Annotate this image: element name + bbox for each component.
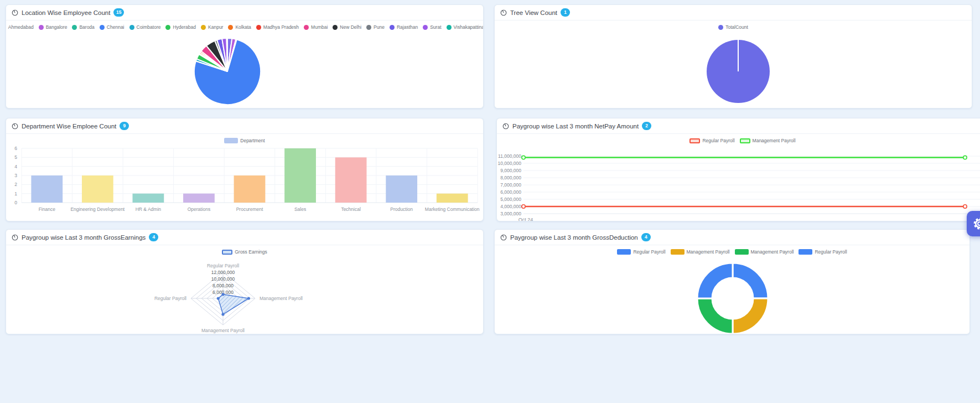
legend-label: Baroda <box>79 24 94 30</box>
legend-item[interactable]: Regular Payroll <box>689 138 734 143</box>
gear-icon <box>972 216 980 231</box>
panel-title: Location Wise Employee Count <box>22 9 110 16</box>
pie-chart-icon <box>500 234 507 241</box>
netpay-line-chart[interactable]: 11,000,00010,000,0009,000,0008,000,0007,… <box>497 145 980 221</box>
grossdeduction-donut-chart[interactable] <box>495 256 969 334</box>
legend-swatch <box>735 249 749 255</box>
svg-text:9,000,000: 9,000,000 <box>500 168 521 173</box>
legend-item[interactable]: Hyderabad <box>165 24 196 30</box>
panel-netpay-amount: Paygroup wise Last 3 month NetPay Amount… <box>496 118 980 221</box>
count-badge: 15 <box>113 8 123 17</box>
legend-item[interactable]: Bangalore <box>39 24 68 30</box>
legend-swatch <box>228 25 233 30</box>
legend-item[interactable]: Madhya Pradesh <box>256 24 299 30</box>
legend-item[interactable]: Baroda <box>72 24 94 30</box>
svg-text:12,000,000: 12,000,000 <box>211 270 235 275</box>
legend-swatch <box>671 249 685 255</box>
panel-header: Paygroup wise Last 3 month GrossDeductio… <box>495 230 969 245</box>
panel-body: Regular PayrollManagement PayrollManagem… <box>495 247 969 334</box>
svg-text:Management Payroll: Management Payroll <box>260 296 303 301</box>
legend-label: Pune <box>374 24 385 30</box>
legend-item[interactable]: Department <box>224 138 265 143</box>
legend-label: Management Payroll <box>687 249 730 255</box>
svg-text:Procurement: Procurement <box>236 206 263 212</box>
legend-item[interactable]: Kolkata <box>228 24 251 30</box>
legend-item[interactable]: Coimbatore <box>129 24 161 30</box>
legend-item[interactable]: Management Payroll <box>671 249 730 255</box>
chart-legend: Regular PayrollManagement Payroll <box>497 136 980 145</box>
svg-text:Production: Production <box>390 206 413 212</box>
legend-swatch <box>617 249 631 255</box>
legend-label: Hyderabad <box>173 24 196 30</box>
svg-text:11,000,000: 11,000,000 <box>498 153 521 159</box>
legend-item[interactable]: Rajasthan <box>390 24 418 30</box>
legend-label: Kolkata <box>235 24 251 30</box>
panel-title: Paygroup wise Last 3 month GrossDeductio… <box>510 234 638 241</box>
legend-item[interactable]: Mumbai <box>304 24 328 30</box>
panel-department-wise-count: Department Wise Emploee Count 9 Departme… <box>6 118 484 221</box>
svg-text:1: 1 <box>14 191 17 197</box>
svg-text:4,000,000: 4,000,000 <box>500 204 521 209</box>
settings-button[interactable] <box>967 211 980 236</box>
panel-body: Gross Earnings Regular PayrollManagement… <box>6 247 483 334</box>
treeview-pie-chart[interactable] <box>495 32 972 108</box>
svg-text:Technical: Technical <box>341 206 361 212</box>
legend-swatch <box>304 25 309 30</box>
legend-item[interactable]: New Delhi <box>333 24 361 30</box>
count-badge: 1 <box>561 8 570 17</box>
legend-label: Gross Earnings <box>235 249 267 255</box>
legend-swatch <box>256 25 261 30</box>
legend-item[interactable]: Gross Earnings <box>222 249 267 255</box>
legend-item[interactable]: Surat <box>423 24 441 30</box>
svg-text:Operations: Operations <box>188 206 211 212</box>
legend-swatch <box>447 25 452 30</box>
legend-swatch <box>39 25 44 30</box>
legend-item[interactable]: Regular Payroll <box>798 249 847 255</box>
panel-header: Tree View Count 1 <box>495 5 972 20</box>
chart-legend: Gross Earnings <box>6 247 483 256</box>
legend-swatch <box>366 25 371 30</box>
svg-text:Management Payroll: Management Payroll <box>201 328 245 333</box>
svg-text:Finance: Finance <box>39 206 56 212</box>
legend-item[interactable]: Vishakapattinam <box>447 24 484 30</box>
legend-label: Madhya Pradesh <box>263 24 299 30</box>
panel-body: TotalCount <box>495 23 972 108</box>
panel-body: AhmedabadBangaloreBarodaChennaiCoimbator… <box>6 23 483 108</box>
svg-text:0: 0 <box>14 200 17 205</box>
svg-text:6,000,000: 6,000,000 <box>500 189 521 195</box>
legend-item[interactable]: Management Payroll <box>740 138 796 143</box>
panel-title: Tree View Count <box>510 9 557 16</box>
panel-body: Department 0123456FinanceEngineering Dev… <box>6 136 483 221</box>
panel-gross-earnings: Paygroup wise Last 3 month GrossEarnings… <box>6 229 484 334</box>
legend-label: Rajasthan <box>397 24 418 30</box>
svg-text:8,000,000: 8,000,000 <box>212 283 234 288</box>
svg-text:Engineering Development: Engineering Development <box>70 206 125 212</box>
svg-text:Regular Payroll: Regular Payroll <box>154 296 186 301</box>
panel-location-wise-employee-count: Location Wise Employee Count 15 Ahmedaba… <box>6 4 484 108</box>
legend-label: Chennai <box>107 24 125 30</box>
location-pie-chart[interactable] <box>6 32 483 108</box>
pie-chart-icon <box>502 123 509 130</box>
svg-text:5: 5 <box>14 154 17 160</box>
chart-legend: Regular PayrollManagement PayrollManagem… <box>495 247 969 256</box>
legend-label: Coimbatore <box>137 24 161 30</box>
panel-body: Regular PayrollManagement Payroll 11,000… <box>497 136 980 221</box>
svg-text:2: 2 <box>14 182 17 187</box>
legend-swatch <box>740 138 750 143</box>
legend-item[interactable]: TotalCount <box>718 24 748 30</box>
legend-item[interactable]: Chennai <box>100 24 125 30</box>
panel-tree-view-count: Tree View Count 1 TotalCount <box>494 4 972 108</box>
legend-item[interactable]: Regular Payroll <box>617 249 665 255</box>
svg-text:Marketing Communication: Marketing Communication <box>425 206 480 212</box>
legend-item[interactable]: Kanpur <box>201 24 223 30</box>
legend-item[interactable]: Management Payroll <box>735 249 794 255</box>
legend-item[interactable]: Pune <box>366 24 385 30</box>
chart-legend: TotalCount <box>495 23 972 32</box>
pie-chart-icon <box>500 9 507 16</box>
legend-item[interactable]: Ahmedabad <box>6 24 34 30</box>
legend-label: Regular Payroll <box>633 249 665 255</box>
svg-text:5,000,000: 5,000,000 <box>500 197 521 202</box>
department-bar-chart[interactable]: 0123456FinanceEngineering DevelopmentHR … <box>6 145 483 221</box>
legend-swatch <box>798 249 812 255</box>
grossearnings-radar-chart[interactable]: Regular PayrollManagement PayrollManagem… <box>6 256 483 334</box>
